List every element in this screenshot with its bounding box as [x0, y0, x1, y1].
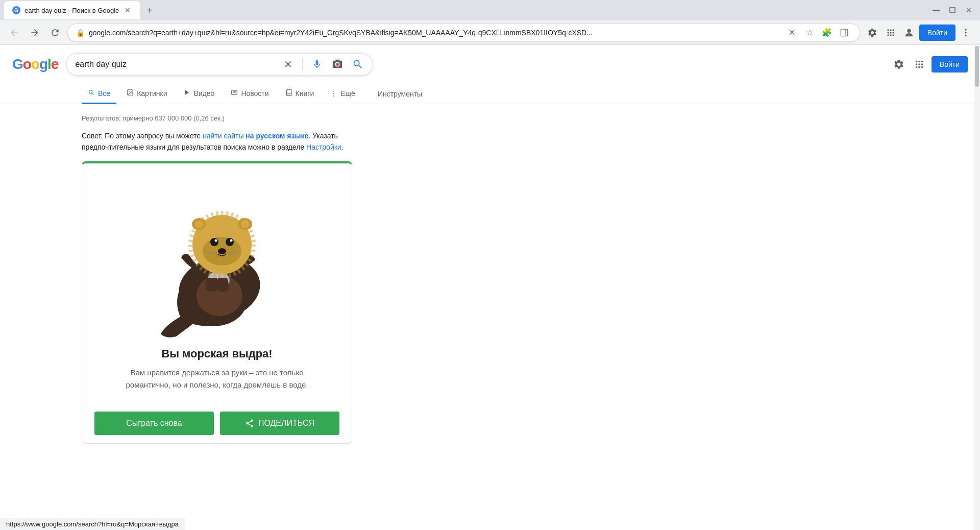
svg-point-26 [921, 66, 923, 68]
tab-video-icon [183, 89, 190, 98]
logo-letter-e: e [51, 56, 59, 72]
signin-button[interactable]: Войти [919, 25, 955, 41]
side-panel-button[interactable] [837, 26, 851, 40]
svg-point-42 [215, 239, 217, 242]
tab-books-icon [285, 89, 292, 98]
svg-point-25 [918, 66, 920, 68]
tip-text: Совет. По этому запросу вы можете найти … [82, 126, 376, 161]
svg-point-15 [965, 32, 966, 33]
window-minimize-button[interactable] [929, 3, 943, 17]
browser-right-icons: Войти [864, 25, 974, 41]
url-clear-button[interactable]: ✕ [785, 26, 799, 40]
url-text: google.com/search?q=earth+day+quiz&hl=ru… [89, 29, 781, 37]
status-url: https://www.google.com/search?hl=ru&q=Мо… [6, 520, 179, 528]
tab-more[interactable]: ⋮ Ещё [324, 84, 361, 104]
tab-all[interactable]: Все [82, 84, 116, 104]
url-action-icons: ✕ ☆ 🧩 [785, 26, 851, 40]
tab-news-icon [231, 89, 238, 98]
header-apps-button[interactable] [911, 56, 927, 73]
tab-close-button[interactable]: ✕ [123, 6, 132, 15]
page-content: Google ✕ [0, 45, 980, 530]
back-button[interactable] [6, 25, 22, 41]
search-clear-button[interactable]: ✕ [280, 56, 296, 73]
nav-tabs: Все Картинки Видео Новости Книги [0, 84, 980, 104]
svg-point-24 [915, 66, 917, 68]
tip-link-settings[interactable]: Настройки [306, 143, 341, 151]
extensions-icon[interactable]: 🧩 [820, 26, 834, 40]
reload-button[interactable] [47, 25, 63, 41]
tab-images-label: Картинки [137, 89, 167, 98]
security-lock-icon: 🔒 [76, 29, 85, 37]
quiz-result-description: Вам нравится держаться за руки – это не … [125, 367, 309, 391]
svg-point-21 [915, 63, 917, 65]
header-settings-button[interactable] [891, 56, 907, 73]
svg-point-40 [210, 238, 218, 246]
google-logo[interactable]: Google [12, 56, 58, 73]
window-controls: ✕ [929, 3, 976, 17]
logo-letter-o2: o [31, 56, 39, 72]
tools-label: Инструменты [378, 90, 422, 98]
window-close-button[interactable]: ✕ [962, 3, 976, 17]
google-apps-button[interactable] [883, 25, 899, 41]
tab-video-label: Видео [193, 89, 214, 98]
svg-point-9 [892, 32, 894, 33]
svg-point-11 [890, 34, 891, 36]
svg-point-8 [890, 32, 891, 33]
logo-letter-l: l [47, 56, 51, 72]
tip-end: . [341, 143, 344, 151]
svg-point-23 [921, 63, 923, 65]
page-signin-button[interactable]: Войти [932, 56, 968, 73]
quiz-share-button[interactable]: ПОДЕЛИТЬСЯ [220, 412, 339, 435]
search-divider [302, 58, 303, 70]
tip-link-sites[interactable]: найти сайты [203, 132, 244, 140]
window-maximize-button[interactable] [945, 3, 960, 17]
svg-point-22 [918, 63, 920, 65]
scrollbar-thumb[interactable] [975, 46, 979, 87]
active-tab[interactable]: G earth day quiz - Поиск в Google ✕ [4, 1, 140, 19]
svg-point-19 [918, 61, 920, 63]
svg-point-5 [890, 29, 891, 31]
settings-button[interactable] [864, 25, 880, 41]
svg-point-14 [965, 29, 966, 30]
search-bar-wrapper: ✕ [66, 53, 373, 76]
svg-point-7 [887, 32, 889, 33]
tab-more-icon: ⋮ [330, 89, 337, 98]
svg-point-12 [892, 34, 894, 36]
profile-icon[interactable] [901, 25, 917, 41]
status-bar: https://www.google.com/search?hl=ru&q=Мо… [0, 518, 185, 530]
tab-favicon: G [12, 6, 20, 14]
otter-illustration [140, 176, 293, 339]
tab-all-label: Все [98, 89, 110, 98]
forward-button[interactable] [27, 25, 43, 41]
tab-books[interactable]: Книги [279, 84, 321, 104]
url-bar[interactable]: 🔒 google.com/search?q=earth+day+quiz&hl=… [67, 23, 860, 42]
svg-point-41 [226, 238, 234, 246]
quiz-share-label: ПОДЕЛИТЬСЯ [258, 419, 314, 428]
tools-button[interactable]: Инструменты [378, 85, 422, 103]
image-search-button[interactable] [329, 56, 346, 73]
bookmark-star-button[interactable]: ☆ [802, 26, 817, 40]
quiz-result-title: Вы морская выдра! [161, 347, 272, 360]
svg-point-4 [887, 29, 889, 31]
quiz-replay-button[interactable]: Сыграть снова [94, 412, 214, 435]
logo-letter-g2: g [39, 56, 47, 72]
search-submit-button[interactable] [350, 56, 366, 73]
voice-search-button[interactable] [309, 56, 325, 73]
scrollbar[interactable] [974, 45, 980, 530]
tab-books-label: Книги [296, 89, 314, 98]
search-bar[interactable]: ✕ [66, 53, 373, 76]
tab-more-label: Ещё [340, 89, 355, 98]
svg-point-13 [907, 29, 911, 32]
tab-video[interactable]: Видео [177, 84, 220, 104]
new-tab-button[interactable]: + [142, 3, 157, 17]
svg-point-52 [241, 221, 249, 228]
tab-all-icon [88, 89, 95, 98]
svg-marker-29 [185, 90, 189, 95]
browser-menu-button[interactable] [958, 25, 974, 41]
address-bar: 🔒 google.com/search?q=earth+day+quiz&hl=… [0, 20, 980, 45]
search-input[interactable] [75, 60, 276, 69]
tab-news[interactable]: Новости [225, 84, 275, 104]
tab-images[interactable]: Картинки [120, 84, 173, 104]
tip-link-russian[interactable]: на русском языке [243, 132, 308, 140]
svg-point-28 [129, 91, 130, 92]
